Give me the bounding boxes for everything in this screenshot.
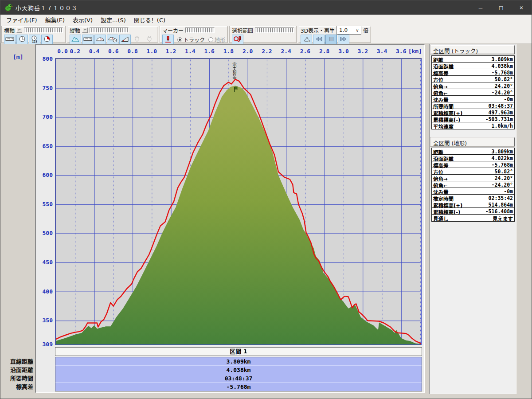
stat-label: 平均速度: [432, 122, 454, 129]
stat-row: 平均速度1.0km/h: [432, 122, 514, 129]
radio-track[interactable]: トラック: [177, 36, 205, 43]
x-tick-label: 3.2: [356, 48, 369, 55]
section-row-label: 直線距離: [2, 357, 33, 365]
rewind-button[interactable]: [313, 35, 325, 44]
play-button[interactable]: [338, 35, 349, 44]
menu-item-file[interactable]: ファイル(F): [2, 15, 41, 25]
y-distance-button[interactable]: [82, 35, 94, 44]
window-title: 小天狗岳１７１００３: [16, 4, 78, 12]
section-table: 3.809km4.038km03:48:37-5.768m: [55, 357, 422, 391]
toolbar-group-label-marker: マーカー: [162, 27, 184, 34]
x-axis-unit-label: [km]: [407, 48, 422, 55]
x-distance-button[interactable]: [4, 35, 16, 44]
playback-speed-suffix: 倍: [363, 27, 368, 34]
playback-speed-value: 1.0: [337, 27, 354, 33]
x-elapsed-button[interactable]: [41, 35, 53, 44]
stat-label: 俯角←: [432, 181, 448, 188]
x-time-number-button[interactable]: 123: [29, 35, 40, 44]
section-row-label: 所要時間: [2, 374, 33, 382]
y-tick-label: 550: [37, 201, 53, 207]
stat-row: 見通し見えます: [432, 215, 514, 221]
stat-value: 497.963m: [489, 109, 514, 115]
x-axis-mini-button[interactable]: ⌐: [16, 27, 22, 33]
stat-value: 1.0km/h: [492, 122, 514, 129]
minimize-button[interactable]: –: [470, 0, 491, 15]
stat-value: 3.809km: [492, 56, 514, 62]
stat-label: 俯角←: [432, 89, 448, 95]
clock-icon: [18, 35, 27, 44]
view-3d-button[interactable]: 0: [301, 35, 312, 44]
stop-button[interactable]: [325, 35, 337, 44]
selection-slider[interactable]: [255, 27, 294, 33]
playback-speed-select[interactable]: 1.0∨: [336, 26, 361, 35]
y-elevation-button[interactable]: [70, 35, 81, 44]
y-slope-button[interactable]: [119, 35, 131, 44]
app-window: 小天狗岳１７１００３ – □ × ファイル(F)編集(E)表示(V)設定...(…: [0, 0, 532, 399]
stat-label: 距離: [432, 148, 443, 154]
terrain-summary-table: 距離3.809km沿面距離4.022km標高差-5.768m方位50.82°俯角…: [431, 148, 515, 222]
stat-row: 距離3.809km: [432, 56, 514, 63]
section-row-label: 標高差: [2, 382, 33, 391]
stop-icon: [327, 35, 336, 44]
y-tick-label: 309: [37, 341, 53, 348]
stat-value: 02:35:42: [489, 195, 514, 201]
x-tick-label: 1.8: [222, 48, 235, 55]
triangle-icon: [121, 35, 129, 44]
toolbar-group-label-x-axis: 横軸: [4, 27, 15, 34]
mountain-icon: [71, 35, 80, 44]
stat-value: 24.20°: [494, 175, 514, 181]
y-axis-slider[interactable]: [90, 27, 129, 33]
select-range-button[interactable]: [232, 35, 243, 44]
menu-item-edit[interactable]: 編集(E): [41, 15, 69, 25]
x-tick-label: 1.6: [203, 48, 216, 55]
stat-label: 所要時間: [432, 102, 454, 109]
x-tick-label: 0.8: [126, 48, 139, 55]
maximize-button[interactable]: □: [491, 0, 511, 15]
section-row-label: 沿面距離: [2, 365, 33, 374]
app-icon: [4, 3, 13, 12]
section-table-header: 区間 1: [55, 347, 422, 356]
menu-item-settings[interactable]: 設定...(S): [97, 15, 130, 25]
stat-label: 方位: [432, 168, 443, 174]
x-tick-label: 3.4: [376, 48, 389, 55]
x-tick-label: 1.4: [184, 48, 197, 55]
elevation-plot[interactable]: （小天狗岳）: [55, 59, 422, 345]
stat-label: 累積標高(+): [432, 201, 462, 207]
menu-item-view[interactable]: 表示(V): [69, 15, 97, 25]
y-speed-button[interactable]: [94, 35, 106, 44]
chevron-down-icon: ∨: [354, 28, 361, 33]
stat-value: -503.731m: [485, 116, 514, 122]
stat-row: 累積標高(+)514.864m: [432, 201, 514, 208]
stat-value: -516.408m: [485, 208, 514, 214]
x-time-button[interactable]: [16, 35, 28, 44]
stat-row: 所要時間03:48:37: [432, 102, 514, 109]
track-summary-header: 全区間 (トラック): [430, 45, 515, 54]
plot-frame: （小天狗岳）: [55, 58, 422, 345]
menu-item-close[interactable]: 閉じる！(C): [130, 15, 169, 25]
clock-123-icon: 123: [30, 35, 39, 44]
stat-label: 沈み量: [432, 96, 449, 102]
marker-slider[interactable]: [185, 27, 215, 33]
stat-label: 累積標高(-): [432, 116, 460, 122]
x-tick-label: 0.6: [107, 48, 120, 55]
stat-row: 方位50.82°: [432, 76, 514, 82]
toolbar-group-label-playback: 3D表示・再生: [301, 27, 335, 34]
stat-row: 俯角←-24.20°: [432, 89, 514, 96]
x-tick-label: 0.2: [68, 48, 82, 55]
marker-pen-button[interactable]: [162, 35, 174, 44]
stat-row: 沿面距離4.038km: [432, 63, 514, 69]
stat-row: 標高差-5.768m: [432, 161, 514, 168]
track-summary-table: 距離3.809km沿面距離4.038km標高差-5.768m方位50.82°俯角…: [431, 55, 515, 129]
x-axis-slider[interactable]: [24, 27, 63, 33]
y-pace-button[interactable]: [107, 35, 118, 44]
x-tick-label: 2.8: [318, 48, 331, 55]
svg-text:0: 0: [309, 39, 310, 43]
x-tick-label: 2.0: [241, 48, 254, 55]
stat-row: 標高差-5.768m: [432, 69, 514, 76]
menubar: ファイル(F)編集(E)表示(V)設定...(S)閉じる！(C): [0, 15, 532, 25]
stat-value: 24.20°: [494, 82, 514, 89]
section-value-沿面距離: 4.038km: [55, 366, 422, 374]
close-button[interactable]: ×: [511, 0, 532, 15]
y-axis-mini-button[interactable]: ⌐: [82, 27, 88, 33]
y-tick-label: 650: [37, 143, 53, 149]
